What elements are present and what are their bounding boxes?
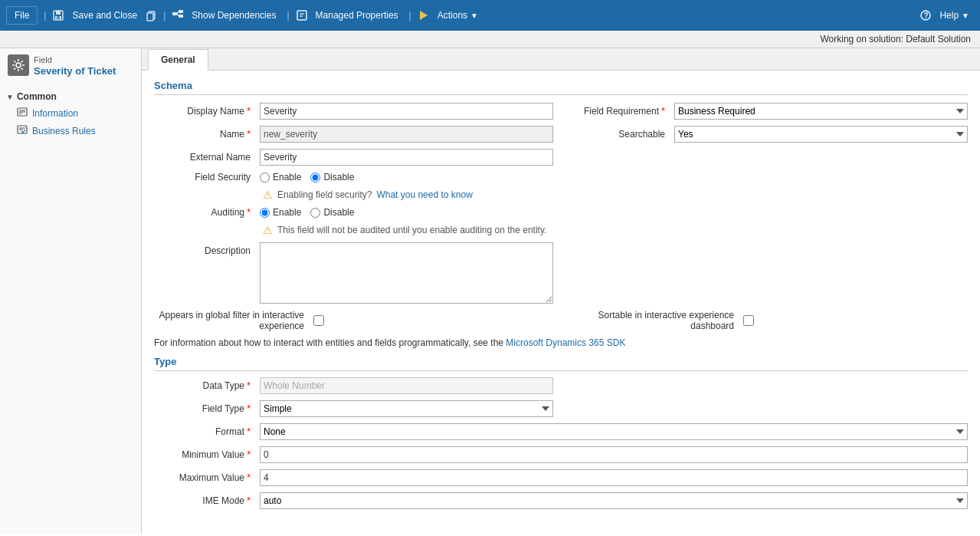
- sdk-info-text: For information about how to interact wi…: [154, 337, 968, 348]
- min-value-input[interactable]: [260, 446, 968, 463]
- svg-line-10: [177, 14, 179, 16]
- searchable-select[interactable]: Yes No: [674, 126, 968, 143]
- field-name: Severity of Ticket: [34, 65, 116, 78]
- sidebar-item-business-rules[interactable]: Business Rules: [0, 122, 141, 140]
- business-rules-label: Business Rules: [32, 126, 96, 136]
- data-type-select[interactable]: Whole Number: [260, 377, 553, 394]
- sidebar: Field Severity of Ticket ▼ Common: [0, 48, 142, 534]
- form-area: Schema Display Name * Field Requirement …: [142, 71, 980, 524]
- auditing-radio-group: Enable Disable: [260, 207, 553, 218]
- ime-mode-select[interactable]: auto active inactive disabled: [260, 492, 968, 509]
- filter-sortable-row: Appears in global filter in interactive …: [154, 310, 968, 331]
- save-close-button[interactable]: Save and Close: [67, 7, 142, 24]
- format-row: Format * None Duration Time Zone Languag…: [154, 423, 968, 440]
- field-security-row: Field Security Enable Disable: [154, 172, 968, 183]
- field-type-select[interactable]: Simple Calculated Rollup: [260, 400, 553, 417]
- field-security-disable-label[interactable]: Disable: [310, 172, 354, 183]
- field-security-warning: ⚠ Enabling field security? What you need…: [263, 189, 968, 201]
- svg-marker-14: [420, 11, 428, 20]
- dependencies-icon: [172, 9, 184, 21]
- toolbar: File | Save and Close | Show Dependencie…: [0, 0, 980, 31]
- svg-line-9: [177, 12, 179, 14]
- format-select[interactable]: None Duration Time Zone Language: [260, 423, 968, 440]
- field-security-enable-label[interactable]: Enable: [260, 172, 301, 183]
- common-chevron-icon: ▼: [6, 93, 14, 101]
- min-value-row: Minimum Value *: [154, 446, 968, 463]
- svg-rect-6: [172, 12, 177, 15]
- tab-general[interactable]: General: [148, 49, 208, 71]
- svg-rect-8: [179, 15, 183, 18]
- field-req-select[interactable]: Optional Business Required System Requir…: [674, 103, 968, 120]
- svg-rect-11: [297, 11, 306, 20]
- warning-icon: ⚠: [263, 189, 273, 201]
- field-security-label: Field Security: [154, 172, 254, 183]
- display-name-row: Display Name * Field Requirement * Optio…: [154, 103, 968, 120]
- svg-rect-5: [147, 13, 153, 21]
- auditing-disable-radio[interactable]: [310, 208, 320, 218]
- auditing-row: Auditing * Enable Disable: [154, 207, 968, 218]
- sortable-label: Sortable in interactive experience dashb…: [569, 310, 737, 331]
- field-label: Field: [34, 54, 116, 65]
- svg-rect-7: [179, 10, 183, 13]
- schema-section-header: Schema: [154, 80, 968, 95]
- actions-button[interactable]: Actions ▼: [433, 7, 483, 24]
- file-button[interactable]: File: [6, 6, 38, 25]
- min-value-label: Minimum Value *: [154, 449, 254, 460]
- description-label: Description: [154, 242, 254, 256]
- name-row: Name * Searchable Yes No: [154, 126, 968, 143]
- show-dependencies-button[interactable]: Show Dependencies: [187, 7, 280, 24]
- format-label: Format *: [154, 426, 254, 437]
- help-button[interactable]: Help ▼: [935, 7, 974, 24]
- max-value-label: Maximum Value *: [154, 472, 254, 483]
- display-name-input[interactable]: [260, 103, 553, 120]
- auditing-warning: ⚠ This field will not be audited until y…: [263, 224, 968, 236]
- data-type-row: Data Type * Whole Number: [154, 377, 968, 394]
- auditing-disable-label[interactable]: Disable: [310, 207, 354, 218]
- sidebar-common-section: ▼ Common Information: [0, 89, 141, 140]
- actions-chevron-icon: ▼: [470, 12, 478, 20]
- svg-point-17: [16, 63, 21, 67]
- managed-props-icon: [296, 9, 308, 21]
- what-you-need-link[interactable]: What you need to know: [376, 189, 472, 200]
- field-type-label: Field Type *: [154, 403, 254, 414]
- sdk-link[interactable]: Microsoft Dynamics 365 SDK: [506, 337, 625, 348]
- field-security-enable-radio[interactable]: [260, 173, 270, 183]
- save-icon: [52, 9, 64, 21]
- global-filter-label: Appears in global filter in interactive …: [154, 310, 307, 331]
- field-security-disable-radio[interactable]: [310, 173, 320, 183]
- name-label: Name *: [154, 129, 254, 140]
- information-label: Information: [32, 108, 78, 119]
- external-name-label: External Name: [154, 152, 254, 163]
- auditing-enable-label[interactable]: Enable: [260, 207, 301, 218]
- field-icon: [8, 54, 29, 76]
- content-area: General Schema Display Name * Field Requ: [142, 48, 980, 534]
- business-rules-icon: [17, 124, 28, 137]
- svg-rect-1: [56, 11, 61, 15]
- max-value-input[interactable]: [260, 469, 968, 486]
- field-req-label: Field Requirement *: [569, 106, 668, 117]
- help-icon: ?: [919, 9, 932, 21]
- tab-bar: General: [142, 48, 980, 71]
- searchable-label: Searchable: [569, 129, 668, 140]
- description-textarea[interactable]: [260, 242, 553, 304]
- auditing-label: Auditing *: [154, 207, 254, 218]
- external-name-input[interactable]: [260, 149, 553, 166]
- external-name-row: External Name: [154, 149, 968, 166]
- solution-bar: Working on solution: Default Solution: [0, 31, 980, 48]
- name-input[interactable]: [260, 126, 553, 143]
- sidebar-item-information[interactable]: Information: [0, 104, 141, 122]
- svg-rect-3: [57, 16, 60, 19]
- description-row: Description: [154, 242, 968, 304]
- sortable-checkbox[interactable]: [743, 315, 754, 326]
- information-icon: [17, 107, 28, 120]
- managed-properties-button[interactable]: Managed Properties: [311, 7, 403, 24]
- auditing-enable-radio[interactable]: [260, 208, 270, 218]
- svg-text:?: ?: [924, 12, 929, 20]
- global-filter-checkbox[interactable]: [313, 315, 324, 326]
- sidebar-common-header[interactable]: ▼ Common: [0, 89, 141, 104]
- copy-icon: [145, 9, 157, 21]
- sidebar-common-label: Common: [17, 91, 57, 102]
- help-chevron-icon: ▼: [962, 12, 969, 20]
- type-section-header: Type: [154, 356, 968, 371]
- max-value-row: Maximum Value *: [154, 469, 968, 486]
